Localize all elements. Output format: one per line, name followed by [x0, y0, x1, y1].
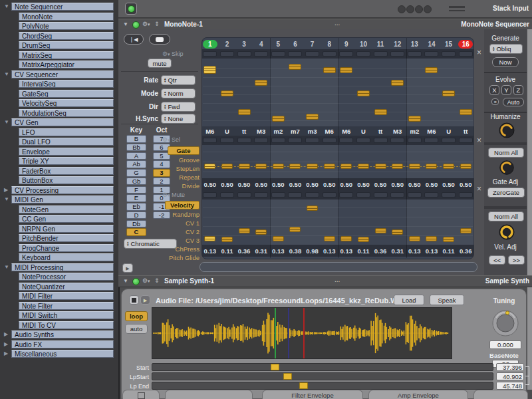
slider-value-2[interactable]: 45.748: [496, 382, 524, 390]
gate-value[interactable]: 0.50: [389, 181, 406, 188]
module-power-icon[interactable]: [132, 278, 140, 285]
gate-value[interactable]: 0.50: [219, 181, 235, 188]
param-select-rate[interactable]: ▲▼Qtr: [161, 75, 196, 85]
sidebar-item-notequantizer[interactable]: NoteQuantizer: [19, 283, 114, 291]
gate-value[interactable]: 0.50: [253, 181, 269, 188]
sel-segment[interactable]: [459, 138, 473, 143]
vel-adj-knob[interactable]: [497, 222, 517, 242]
key-cell-bb[interactable]: Bb: [126, 144, 146, 152]
sidebar-item-pitchbender[interactable]: PitchBender: [19, 234, 114, 242]
start-marker[interactable]: [275, 308, 276, 358]
sidebar-item-nrpn-gen[interactable]: NRPN Gen: [19, 225, 114, 233]
skip-segment[interactable]: [237, 51, 251, 57]
note-block[interactable]: [323, 67, 336, 73]
mute-segment[interactable]: [323, 192, 336, 198]
step-number[interactable]: 14: [424, 41, 439, 48]
sidebar-group-8[interactable]: Miscellaneous: [11, 350, 114, 358]
velocity-handle[interactable]: [307, 205, 318, 211]
sidebar-group-4[interactable]: MIDI Gen: [11, 196, 114, 203]
gate-value[interactable]: 0.50: [236, 181, 253, 188]
mod-row-tab[interactable]: CV 3: [158, 237, 200, 244]
step-number[interactable]: 11: [373, 41, 388, 48]
velocity-value[interactable]: 0.31: [253, 247, 269, 255]
chevron-right-icon[interactable]: ▶: [4, 331, 8, 337]
sidebar-item-modulationseq[interactable]: ModulationSeq: [19, 109, 114, 117]
mute-button[interactable]: mute: [148, 59, 172, 68]
gate-handle[interactable]: [392, 164, 403, 169]
gear-icon[interactable]: ⚙▾: [142, 21, 150, 27]
sidebar-item-keyboard[interactable]: Keyboard: [19, 253, 114, 261]
gate-handle[interactable]: [324, 164, 335, 169]
load-button[interactable]: Load: [394, 295, 424, 305]
gate-row-tab[interactable]: Repeat: [158, 174, 200, 181]
tab-unlabeled-2[interactable]: [473, 390, 528, 399]
waveform-display[interactable]: [152, 307, 452, 359]
evolve-z-button[interactable]: Z: [513, 85, 523, 95]
key-cell-d[interactable]: D: [126, 211, 146, 219]
sidebar-item-notegen[interactable]: NoteGen: [19, 205, 114, 213]
velocity-value[interactable]: 0.36: [236, 247, 253, 255]
skip-segment[interactable]: [254, 51, 268, 57]
step-number[interactable]: 13: [407, 41, 422, 48]
gate-norm-all-button[interactable]: Norm All: [488, 148, 524, 158]
key-cell-g[interactable]: G: [126, 169, 146, 177]
note-block[interactable]: [357, 90, 370, 96]
gate-handle[interactable]: [289, 164, 301, 169]
key-cell-b[interactable]: B: [126, 135, 146, 143]
evolve-x-button[interactable]: X: [489, 85, 499, 95]
velocity-value[interactable]: 0.13: [321, 247, 338, 255]
header-dots[interactable]: ...: [334, 276, 340, 283]
note-block[interactable]: [340, 67, 352, 73]
sel-segment[interactable]: [374, 138, 388, 143]
velocity-handle[interactable]: [375, 228, 386, 233]
slider-handle-2[interactable]: [299, 382, 308, 389]
velocity-value[interactable]: 0.13: [423, 247, 440, 255]
velocity-handle[interactable]: [460, 228, 471, 233]
mute-segment[interactable]: [459, 192, 473, 198]
step-pill-last[interactable]: 16: [458, 40, 473, 49]
chevron-down-icon[interactable]: ▼: [4, 264, 9, 270]
velocity-handle[interactable]: [273, 236, 284, 241]
sidebar-item-note-filter[interactable]: Note Filter: [19, 302, 114, 310]
auto-button[interactable]: auto: [125, 324, 148, 334]
velocity-handle[interactable]: [426, 236, 437, 241]
mute-segment[interactable]: [374, 192, 388, 198]
tuning-value-field[interactable]: 0.000: [489, 340, 521, 349]
velocity-handle[interactable]: [255, 229, 267, 235]
sidebar-item-mononote[interactable]: MonoNote: [19, 13, 114, 21]
mute-segment[interactable]: [288, 192, 302, 198]
tuning-knob[interactable]: [491, 309, 520, 338]
skip-segment[interactable]: [424, 51, 438, 57]
tab-amp-envelope[interactable]: Amp Envelope: [368, 390, 468, 399]
sel-segment[interactable]: [220, 138, 234, 143]
key-cell-e[interactable]: E: [126, 194, 146, 202]
note-block[interactable]: [289, 64, 301, 70]
note-block[interactable]: [425, 67, 438, 73]
velocity-value[interactable]: 0.13: [270, 247, 287, 255]
gate-handle[interactable]: [358, 164, 369, 169]
step-number[interactable]: 5: [271, 41, 285, 48]
mute-segment[interactable]: [271, 192, 285, 198]
gate-value[interactable]: 0.50: [338, 181, 354, 188]
mod-row-tab[interactable]: ChPress: [158, 245, 200, 253]
key-cell-c[interactable]: C: [126, 228, 146, 236]
gate-handle[interactable]: [340, 164, 352, 169]
note-block[interactable]: [408, 116, 421, 122]
gate-handle[interactable]: [460, 164, 471, 169]
param-select-mode[interactable]: ▲▼Norm: [161, 88, 196, 98]
tab-icon[interactable]: [122, 390, 160, 399]
chevron-right-icon[interactable]: ▶: [4, 350, 8, 356]
sidebar-item-triple-xy[interactable]: Triple XY: [19, 157, 114, 165]
gate-row-tab-active[interactable]: Gate: [168, 146, 200, 155]
sidebar-item-matrixseq[interactable]: MatrixSeq: [19, 51, 114, 59]
slider-value-1[interactable]: 40.902: [496, 372, 524, 380]
slider-track-0[interactable]: [152, 363, 493, 371]
generate-now-button[interactable]: Now: [492, 57, 519, 67]
sel-segment[interactable]: [408, 138, 422, 143]
sample-stop-button[interactable]: [129, 295, 139, 305]
gate-row-tab[interactable]: StepLen: [158, 165, 200, 172]
evolve-y-button[interactable]: Y: [501, 85, 511, 95]
stack-power-button[interactable]: [125, 3, 137, 15]
note-block[interactable]: [374, 109, 387, 115]
chevron-down-icon[interactable]: ▼: [4, 3, 9, 9]
